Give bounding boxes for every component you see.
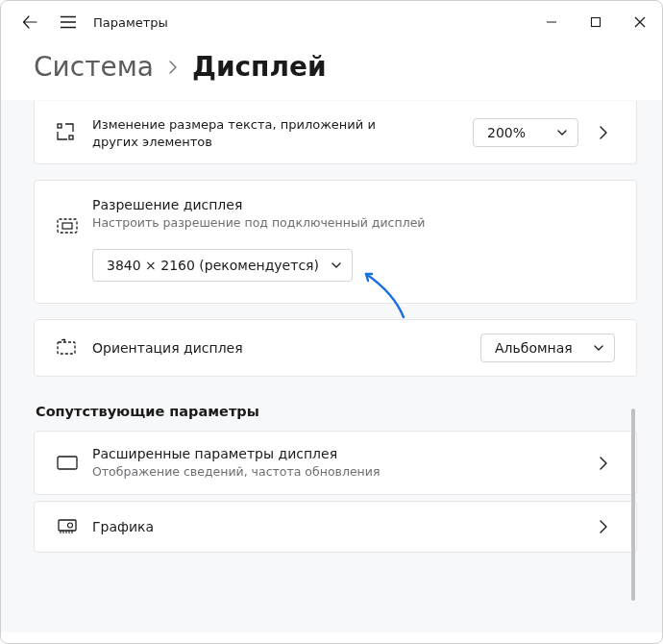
back-button[interactable]: [11, 3, 49, 41]
minimize-icon: [546, 16, 557, 28]
arrow-left-icon: [22, 14, 37, 30]
resolution-title: Разрешение дисплея: [92, 196, 615, 213]
advanced-expand[interactable]: [592, 452, 615, 475]
orientation-title: Ориентация дисплея: [92, 339, 480, 357]
hamburger-icon: [61, 15, 76, 29]
orientation-select[interactable]: Альбомная: [480, 334, 615, 362]
svg-rect-11: [58, 342, 75, 354]
svg-rect-4: [592, 18, 601, 27]
chevron-down-icon: [556, 127, 568, 138]
close-button[interactable]: [618, 3, 662, 41]
scrollbar-thumb[interactable]: [631, 409, 635, 601]
graphics-title: Графика: [92, 518, 592, 535]
content-area: Изменение размера текста, приложений и д…: [1, 100, 662, 632]
related-heading: Сопутствующие параметры: [36, 404, 637, 419]
chevron-right-icon: [598, 520, 609, 533]
titlebar: Параметры: [1, 1, 662, 43]
svg-rect-9: [58, 219, 77, 233]
scale-select[interactable]: 200%: [473, 118, 578, 147]
monitor-icon: [56, 454, 88, 473]
window-controls: [529, 3, 662, 41]
row-advanced-display[interactable]: Расширенные параметры дисплея Отображени…: [34, 431, 637, 495]
maximize-icon: [590, 16, 602, 28]
gpu-icon: [56, 518, 88, 535]
chevron-right-icon: [167, 56, 179, 79]
chevron-down-icon: [331, 260, 342, 271]
chevron-right-icon: [598, 126, 609, 139]
close-icon: [634, 16, 646, 28]
window-title: Параметры: [93, 15, 168, 30]
advanced-title: Расширенные параметры дисплея: [92, 445, 592, 462]
chevron-right-icon: [598, 457, 609, 470]
scale-icon: [56, 122, 88, 143]
maximize-button[interactable]: [574, 3, 618, 41]
svg-rect-12: [58, 457, 77, 469]
scale-expand[interactable]: [592, 121, 615, 144]
row-graphics[interactable]: Графика: [34, 501, 637, 553]
svg-rect-7: [58, 124, 61, 128]
svg-rect-10: [62, 223, 72, 229]
row-resolution: Разрешение дисплея Настроить разрешение …: [34, 180, 637, 304]
resolution-value: 3840 × 2160 (рекомендуется): [107, 258, 319, 273]
advanced-sub: Отображение сведений, частота обновления: [92, 464, 592, 481]
menu-button[interactable]: [49, 3, 87, 41]
resolution-select[interactable]: 3840 × 2160 (рекомендуется): [92, 249, 353, 282]
graphics-expand[interactable]: [592, 515, 615, 538]
scale-title: Изменение размера текста, приложений и д…: [92, 116, 390, 150]
svg-rect-8: [69, 136, 73, 139]
row-scale[interactable]: Изменение размера текста, приложений и д…: [34, 101, 637, 164]
minimize-button[interactable]: [529, 3, 574, 41]
scale-value: 200%: [487, 125, 526, 140]
orientation-icon: [56, 338, 88, 358]
resolution-icon: [56, 217, 88, 236]
svg-point-14: [68, 523, 73, 528]
row-orientation[interactable]: Ориентация дисплея Альбомная: [34, 319, 637, 377]
breadcrumb-parent[interactable]: Система: [34, 51, 154, 83]
orientation-value: Альбомная: [495, 340, 573, 356]
breadcrumb-current: Дисплей: [192, 51, 327, 83]
chevron-down-icon: [593, 342, 604, 354]
resolution-sub: Настроить разрешение под подключенный ди…: [92, 215, 615, 232]
breadcrumb: Система Дисплей: [1, 43, 662, 100]
